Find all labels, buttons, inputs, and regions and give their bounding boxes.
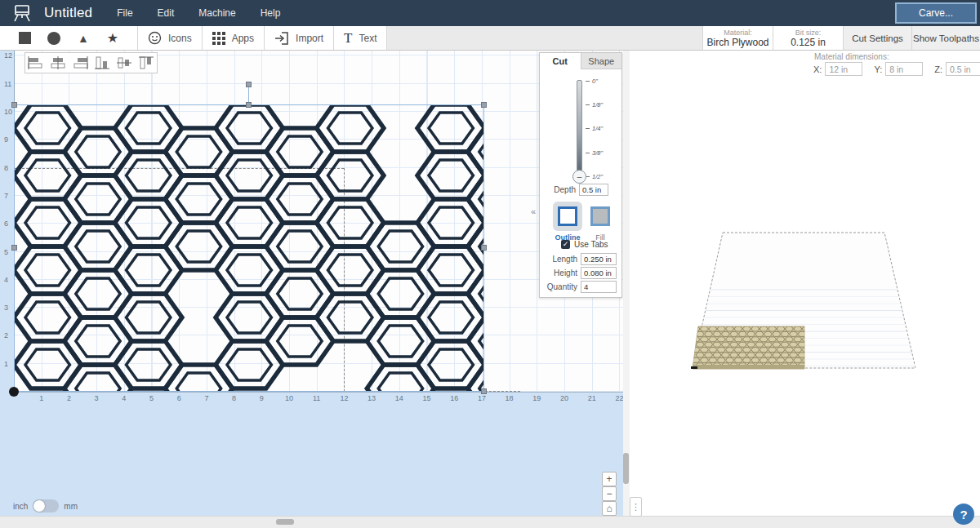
preview-origin-corner-mark bbox=[691, 366, 697, 369]
align-left-icon[interactable] bbox=[28, 55, 44, 70]
zoom-home-button[interactable]: ⌂ bbox=[602, 501, 617, 516]
unit-toggle-switch[interactable] bbox=[33, 499, 59, 512]
material-dimensions-row: X: Y: Z: bbox=[813, 62, 980, 76]
bit-size-cell[interactable]: Bit size: 0.125 in bbox=[773, 26, 844, 50]
preview-hexagon bbox=[760, 326, 768, 331]
preview-hexagon bbox=[764, 342, 772, 347]
selection-handle-top-left[interactable] bbox=[11, 102, 17, 108]
apps-button[interactable]: Apps bbox=[203, 26, 265, 50]
design-canvas[interactable]: 1234567891011121314151617181920212212345… bbox=[0, 51, 623, 516]
fill-option-button[interactable] bbox=[590, 206, 610, 226]
selection-handle-mid-right[interactable] bbox=[481, 245, 487, 251]
help-button[interactable]: ? bbox=[953, 504, 974, 525]
cut-shape-panel: Cut Shape 0"1/8"1/4"3/8"1/2" – Depth Out… bbox=[539, 52, 622, 298]
square-tool-button[interactable] bbox=[10, 26, 39, 50]
preview-hexagon bbox=[768, 337, 777, 342]
triangle-tool-button[interactable]: ▲ bbox=[69, 26, 98, 50]
circle-icon bbox=[47, 32, 60, 45]
preview-hexagon bbox=[773, 342, 781, 347]
menu-edit[interactable]: Edit bbox=[158, 7, 175, 19]
horizontal-scrollbar-track[interactable] bbox=[0, 516, 980, 528]
depth-input[interactable] bbox=[579, 184, 608, 196]
preview-hexagon bbox=[785, 326, 793, 331]
carve-button[interactable]: Carve... bbox=[895, 2, 977, 24]
star-tool-button[interactable]: ★ bbox=[98, 26, 127, 50]
zoom-in-button[interactable]: + bbox=[602, 472, 617, 486]
hexagon-cell[interactable] bbox=[479, 278, 523, 309]
panel-collapse-arrow[interactable]: « bbox=[531, 206, 536, 216]
horizontal-scrollbar-thumb[interactable] bbox=[276, 519, 294, 525]
cut-settings-button[interactable]: Cut Settings bbox=[844, 26, 912, 50]
use-tabs-label: Use Tabs bbox=[574, 240, 608, 249]
preview-hexagon bbox=[717, 337, 725, 342]
icons-button[interactable]: Icons bbox=[138, 26, 203, 50]
depth-slider-handle[interactable]: – bbox=[572, 170, 586, 184]
align-right-icon[interactable] bbox=[72, 55, 88, 70]
slider-tick-mark bbox=[586, 104, 590, 105]
selection-handle-top-center[interactable] bbox=[246, 102, 252, 108]
circle-tool-button[interactable] bbox=[39, 26, 69, 50]
mm-label: mm bbox=[64, 502, 78, 511]
toolbar-spacer bbox=[387, 26, 703, 50]
origin-datum-point[interactable] bbox=[9, 387, 19, 397]
hexagon-cell[interactable] bbox=[479, 184, 523, 215]
use-tabs-checkbox[interactable]: ✓ bbox=[561, 240, 570, 249]
document-title[interactable]: Untitled bbox=[44, 5, 92, 21]
z-dimension-input[interactable] bbox=[946, 62, 980, 76]
tab-shape[interactable]: Shape bbox=[581, 53, 622, 69]
align-middle-vertical-icon[interactable] bbox=[116, 55, 132, 70]
units-toggle-group: inch mm bbox=[13, 499, 78, 512]
selection-handle-top-right[interactable] bbox=[481, 102, 487, 108]
x-label: X: bbox=[813, 64, 822, 74]
preview-hexagon bbox=[773, 353, 781, 357]
easel-logo-icon[interactable] bbox=[10, 3, 34, 23]
menu-help[interactable]: Help bbox=[261, 7, 281, 19]
preview-hexagon bbox=[794, 348, 802, 353]
show-toolpaths-button[interactable]: Show Toolpaths bbox=[912, 26, 980, 50]
preview-hexagon bbox=[781, 353, 789, 357]
text-tool-button[interactable]: T Text bbox=[334, 26, 387, 50]
y-dimension-input[interactable] bbox=[885, 62, 923, 76]
preview-hexagon bbox=[747, 342, 755, 347]
align-top-icon[interactable] bbox=[138, 55, 154, 70]
preview-hexagon bbox=[790, 353, 798, 357]
quantity-input[interactable] bbox=[581, 281, 617, 293]
preview-hexagon bbox=[726, 348, 734, 353]
preview-hexagon bbox=[700, 326, 708, 331]
menu-file[interactable]: File bbox=[117, 7, 132, 19]
preview-hexagon bbox=[790, 342, 798, 347]
vertical-scrollbar-track[interactable] bbox=[623, 51, 630, 516]
inch-label: inch bbox=[13, 502, 28, 511]
preview-hexagon bbox=[751, 357, 760, 362]
align-center-horizontal-icon[interactable] bbox=[50, 55, 66, 70]
outline-option-button[interactable] bbox=[558, 206, 577, 226]
length-input[interactable] bbox=[581, 253, 617, 265]
apps-grid-icon bbox=[212, 32, 225, 45]
x-dimension-input[interactable] bbox=[825, 62, 862, 76]
align-bottom-icon[interactable] bbox=[94, 55, 110, 70]
3d-toolpath-preview[interactable] bbox=[686, 229, 923, 375]
selection-handle-bottom-right[interactable] bbox=[481, 388, 487, 394]
hexagon-cell[interactable] bbox=[479, 136, 523, 167]
slider-tick-mark bbox=[586, 81, 590, 82]
vertical-scrollbar-thumb[interactable] bbox=[623, 453, 629, 484]
material-cell[interactable]: Material: Birch Plywood bbox=[703, 26, 773, 50]
slider-tick-mark bbox=[586, 153, 590, 153]
selection-handle-mid-left[interactable] bbox=[11, 245, 17, 251]
tab-cut[interactable]: Cut bbox=[540, 53, 581, 69]
quantity-label: Quantity bbox=[540, 282, 577, 291]
selection-bounding-box[interactable] bbox=[14, 104, 484, 392]
rotation-handle[interactable] bbox=[246, 82, 252, 87]
preview-hexagon bbox=[726, 337, 734, 342]
menu-machine[interactable]: Machine bbox=[198, 7, 235, 19]
hexagon-cell[interactable] bbox=[479, 326, 523, 357]
height-input[interactable] bbox=[581, 267, 617, 279]
import-button[interactable]: Import bbox=[265, 26, 334, 50]
zoom-out-button[interactable]: − bbox=[602, 486, 617, 501]
preview-hexagon bbox=[709, 348, 717, 353]
depth-slider-track[interactable] bbox=[577, 80, 582, 176]
panel-resize-handle[interactable]: ⋮ bbox=[630, 497, 642, 517]
star-icon: ★ bbox=[107, 30, 118, 46]
preview-hexagon bbox=[705, 353, 713, 357]
preview-hexagon bbox=[760, 348, 768, 353]
